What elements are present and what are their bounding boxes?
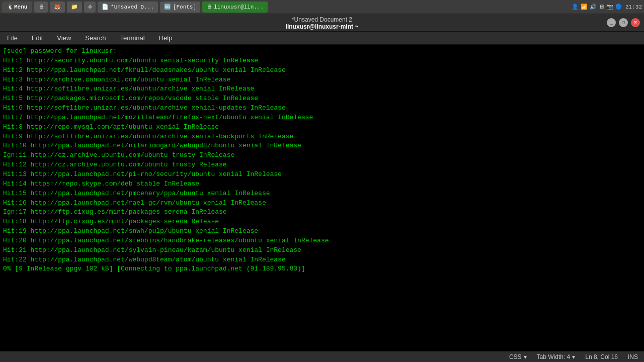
start-menu-label: Menu [14,4,27,10]
taskbar-terminal-label: linuxusr@lin... [214,4,264,10]
table-row: Hit:2 http://ppa.launchpad.net/fkrull/de… [3,66,641,75]
taskbar-icon-settings[interactable]: ⚙ [84,2,96,13]
table-row: Ign:17 http://ftp.cixug.es/mint/packages… [3,208,641,217]
maximize-button[interactable]: □ [619,18,628,27]
wifi-icon: 📶 [581,4,588,10]
tab-chevron-icon: ▾ [572,353,575,360]
table-row: Hit:3 http://archive.canonical.com/ubunt… [3,75,641,85]
taskbar-terminal[interactable]: 🖥 linuxusr@lin... [202,2,268,13]
table-row: 0% [9 InRelease gpgv 102 kB] [Connecting… [3,264,641,274]
table-row: Hit:13 http://ppa.launchpad.net/pi-rho/s… [3,170,641,179]
table-row: Hit:21 http://ppa.launchpad.net/sylvain-… [3,246,641,255]
camera-icon: 📷 [606,4,613,10]
start-menu-button[interactable]: 🐧 Menu [2,2,32,13]
taskbar-fonts-label: [Fonts] [173,4,196,10]
taskbar-unsaved-doc-icon: 📄 [102,4,109,10]
window-controls: _ □ × [607,18,640,27]
mode-status: INS [628,353,638,360]
status-bar: CSS ▾ Tab Width: 4 ▾ Ln 8, Col 16 INS [0,351,644,362]
bluetooth-icon: 🔵 [615,4,622,10]
taskbar-icon-browser[interactable]: 🦊 [50,2,65,13]
mode-label: INS [628,353,638,360]
table-row: Hit:7 http://ppa.launchpad.net/mozillate… [3,113,641,123]
taskbar-icon-files[interactable]: 📁 [67,2,82,13]
menu-view[interactable]: View [54,33,74,43]
clock: 21:32 [625,4,642,10]
menu-edit[interactable]: Edit [29,33,46,43]
taskbar-icon-monitor[interactable]: 🖥 [34,2,48,13]
tab-width-status[interactable]: Tab Width: 4 ▾ [537,353,576,360]
table-row: Hit:5 http://packages.microsoft.com/repo… [3,94,641,104]
table-row: Ign:11 http://cz.archive.ubuntu.com/ubun… [3,151,641,160]
menu-help[interactable]: Help [156,33,176,43]
table-row: Hit:15 http://ppa.launchpad.net/pmcenery… [3,189,641,199]
taskbar-fonts[interactable]: 🔤 [Fonts] [160,2,200,13]
close-button[interactable]: × [631,18,640,27]
display-icon: 🖥 [599,4,604,10]
menu-file[interactable]: File [4,33,21,43]
table-row: Hit:10 http://ppa.launchpad.net/nilarimo… [3,141,641,151]
table-row: Hit:22 http://ppa.launchpad.net/webupd8t… [3,255,641,265]
table-row: Hit:1 http://security.ubuntu.com/ubuntu … [3,56,641,66]
table-row: Hit:8 http://repo.mysql.com/apt/ubuntu x… [3,123,641,132]
taskbar-terminal-icon: 🖥 [206,4,212,10]
taskbar: 🐧 Menu 🖥 🦊 📁 ⚙ 📄 *Unsaved D... 🔤 [Fonts]… [0,0,644,14]
title-text: *Unsaved Document 2 linuxusr@linuxusr-mi… [0,16,644,30]
css-status[interactable]: CSS ▾ [509,353,527,360]
table-row: Hit:6 http://softlibre.unizar.es/ubuntu/… [3,104,641,113]
taskbar-fonts-icon: 🔤 [164,4,171,10]
position-label: Ln 8, Col 16 [585,353,618,360]
menu-search[interactable]: Search [82,33,109,43]
table-row: Hit:16 http://ppa.launchpad.net/rael-gc/… [3,199,641,208]
taskbar-unsaved-doc-label: *Unsaved D... [111,4,154,10]
table-row: [sudo] password for linuxusr: [3,47,641,56]
minimize-button[interactable]: _ [607,18,616,27]
user-icon: 👤 [572,4,579,10]
table-row: Hit:4 http://softlibre.unizar.es/ubuntu/… [3,84,641,94]
terminal-content[interactable]: [sudo] password for linuxusr:Hit:1 http:… [0,45,644,351]
title-bar: *Unsaved Document 2 linuxusr@linuxusr-mi… [0,14,644,32]
taskbar-unsaved-doc[interactable]: 📄 *Unsaved D... [98,2,158,13]
menu-terminal[interactable]: Terminal [117,33,148,43]
host-title: linuxusr@linuxusr-mint ~ [286,23,359,30]
volume-icon: 🔊 [590,4,597,10]
doc-title: *Unsaved Document 2 [0,16,644,23]
table-row: Hit:19 http://ppa.launchpad.net/snwh/pul… [3,227,641,236]
table-row: Hit:20 http://ppa.launchpad.net/stebbins… [3,236,641,246]
table-row: Hit:14 https://repo.skype.com/deb stable… [3,179,641,189]
system-tray-icons: 👤 📶 🔊 🖥 📷 🔵 [572,4,622,10]
css-label: CSS [509,353,522,360]
chevron-down-icon: ▾ [524,353,527,360]
table-row: Hit:12 http://cz.archive.ubuntu.com/ubun… [3,160,641,170]
tab-width-label: Tab Width: 4 [537,353,571,360]
table-row: Hit:18 http://ftp.cixug.es/mint/packages… [3,217,641,227]
start-menu-icon: 🐧 [7,4,14,10]
taskbar-right: 👤 📶 🔊 🖥 📷 🔵 21:32 [572,4,642,10]
menu-bar: File Edit View Search Terminal Help [0,32,644,45]
position-status: Ln 8, Col 16 [585,353,618,360]
table-row: Hit:9 http://softlibre.unizar.es/ubuntu/… [3,132,641,142]
